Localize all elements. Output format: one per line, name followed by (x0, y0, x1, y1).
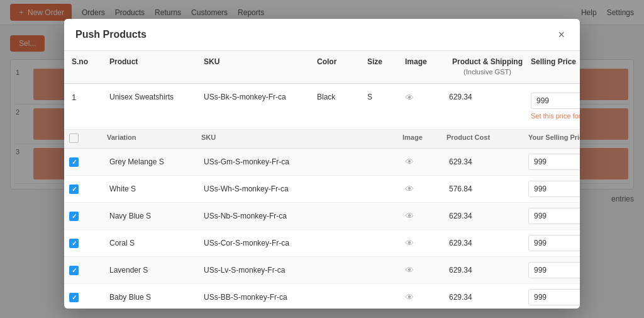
variant-3-checkbox[interactable] (69, 239, 79, 248)
modal-overlay: Push Products × S.no Product SKU Color S… (0, 0, 644, 318)
header-image: Image (402, 56, 447, 78)
variant-4-price-input[interactable] (528, 262, 580, 278)
variant-0-variation: Grey Melange S (107, 156, 201, 168)
variant-header-variation: Variation (107, 133, 201, 144)
main-color: Black (314, 91, 365, 103)
variant-header-row: Variation SKU Image Product Cost Your Se… (64, 130, 580, 149)
header-product: Product (107, 56, 201, 78)
variant-1-eye-icon: 👁 (405, 184, 414, 194)
variant-0-checkbox-cell (69, 157, 107, 167)
variant-0-eye-icon: 👁 (405, 157, 414, 167)
variant-5-image: 👁 (402, 291, 447, 304)
variant-4-checkbox-cell (69, 265, 107, 275)
variant-3-sku: USs-Cor-S-monkey-Fr-ca (201, 237, 314, 249)
variant-5-price-cell (528, 289, 580, 305)
variant-header-your-selling: Your Selling Price (528, 133, 580, 144)
main-price-input[interactable] (531, 93, 580, 109)
modal-body[interactable]: S.no Product SKU Color Size Image Produc… (64, 51, 580, 309)
variant-4-checkbox[interactable] (69, 266, 79, 275)
main-size: S (365, 91, 402, 103)
variant-5-variation: Baby Blue S (107, 292, 201, 303)
main-sku: USs-Bk-S-monkey-Fr-ca (201, 91, 314, 103)
variant-2-checkbox-cell (69, 211, 107, 221)
variant-1-price-cell (528, 181, 580, 197)
header-sku: SKU (201, 56, 314, 78)
variant-header-cost: Product Cost (447, 133, 528, 144)
variant-3-price-cell (528, 235, 580, 251)
variant-5-price-input[interactable] (528, 289, 580, 305)
variant-0-price-cell (528, 154, 580, 170)
variant-0-sku: USs-Gm-S-monkey-Fr-ca (201, 156, 314, 168)
variant-header-col4 (365, 133, 402, 144)
variant-header-image: Image (402, 133, 447, 144)
variant-2-sku: USs-Nb-S-monkey-Fr-ca (201, 210, 314, 222)
variant-0-image: 👁 (402, 156, 447, 168)
variant-1-checkbox[interactable] (69, 185, 79, 194)
variant-1-cost: 576.84 (447, 183, 528, 195)
main-selling-price-cell: Set this price for all variants (528, 91, 580, 122)
variant-0-checkbox[interactable] (69, 157, 79, 167)
header-gst-label: (Inclusive GST) (464, 68, 511, 76)
variant-2-checkbox[interactable] (69, 212, 79, 221)
main-eye-icon: 👁 (405, 93, 414, 103)
variant-5-sku: USs-BB-S-monkey-Fr-ca (201, 292, 314, 303)
main-image-cell: 👁 (402, 91, 447, 104)
variant-row-1: White S USs-Wh-S-monkey-Fr-ca 👁 576.84 (64, 176, 580, 203)
variant-5-cost: 629.34 (447, 292, 528, 303)
variant-1-image: 👁 (402, 183, 447, 195)
variant-3-variation: Coral S (107, 237, 201, 249)
variant-3-price-input[interactable] (528, 235, 580, 251)
variant-3-eye-icon: 👁 (405, 238, 414, 248)
variant-4-variation: Lavender S (107, 264, 201, 276)
modal-header: Push Products × (64, 19, 580, 51)
header-product-shipping: Product & Shipping (Inclusive GST) (447, 56, 528, 78)
variant-row-4: Lavender S USs-Lv-S-monkey-Fr-ca 👁 629.3… (64, 257, 580, 284)
header-sno: S.no (69, 56, 107, 78)
table-header: S.no Product SKU Color Size Image Produc… (64, 51, 580, 84)
variant-1-variation: White S (107, 183, 201, 195)
variant-2-cost: 629.34 (447, 210, 528, 222)
variant-3-checkbox-cell (69, 238, 107, 248)
variant-2-variation: Navy Blue S (107, 210, 201, 222)
variant-4-price-cell (528, 262, 580, 278)
variant-3-image: 👁 (402, 237, 447, 249)
modal-title: Push Products (75, 29, 147, 40)
header-selling-price: Selling Price (528, 56, 580, 78)
set-price-link[interactable]: Set this price for all variants (531, 111, 580, 120)
variant-1-checkbox-cell (69, 184, 107, 194)
variant-header-checkbox (69, 133, 107, 144)
variant-row-3: Coral S USs-Cor-S-monkey-Fr-ca 👁 629.34 (64, 230, 580, 257)
variant-2-price-cell (528, 208, 580, 224)
main-cost: 629.34 (447, 91, 528, 103)
variant-5-checkbox[interactable] (69, 293, 79, 302)
variant-4-eye-icon: 👁 (405, 265, 414, 275)
header-product-shipping-label: Product & Shipping (452, 57, 523, 66)
variant-row-5: Baby Blue S USs-BB-S-monkey-Fr-ca 👁 629.… (64, 284, 580, 309)
variant-5-eye-icon: 👁 (405, 292, 414, 302)
variant-header-sku: SKU (201, 133, 314, 144)
main-product-row: 1 Unisex Sweatshirts USs-Bk-S-monkey-Fr-… (64, 84, 580, 130)
variant-row-0: Grey Melange S USs-Gm-S-monkey-Fr-ca 👁 6… (64, 149, 580, 176)
variant-2-image: 👁 (402, 210, 447, 222)
variant-2-price-input[interactable] (528, 208, 580, 224)
main-product-name: Unisex Sweatshirts (107, 91, 201, 103)
variant-4-cost: 629.34 (447, 264, 528, 276)
variant-select-all-checkbox[interactable] (69, 133, 79, 143)
header-size: Size (365, 56, 402, 78)
header-color: Color (314, 56, 365, 78)
modal-close-button[interactable]: × (554, 28, 569, 42)
variant-5-checkbox-cell (69, 292, 107, 302)
variants-section: Variation SKU Image Product Cost Your Se… (64, 130, 580, 309)
variant-3-cost: 629.34 (447, 237, 528, 249)
variant-0-cost: 629.34 (447, 156, 528, 168)
push-products-modal: Push Products × S.no Product SKU Color S… (64, 19, 580, 309)
variant-2-eye-icon: 👁 (405, 211, 414, 221)
variant-header-col3 (314, 133, 365, 144)
variant-0-price-input[interactable] (528, 154, 580, 170)
variant-row-2: Navy Blue S USs-Nb-S-monkey-Fr-ca 👁 629.… (64, 203, 580, 230)
variant-4-image: 👁 (402, 264, 447, 276)
variant-4-sku: USs-Lv-S-monkey-Fr-ca (201, 264, 314, 276)
main-sno: 1 (69, 91, 107, 103)
variant-1-sku: USs-Wh-S-monkey-Fr-ca (201, 183, 314, 195)
variant-1-price-input[interactable] (528, 181, 580, 197)
